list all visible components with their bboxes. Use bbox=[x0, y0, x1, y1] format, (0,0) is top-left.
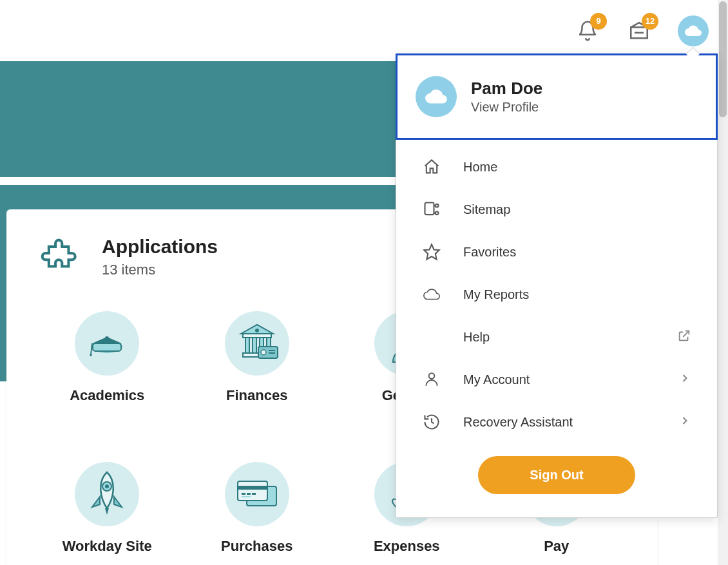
svg-marker-39 bbox=[424, 244, 439, 259]
app-workday-site[interactable]: Workday Site bbox=[62, 462, 152, 555]
inbox-button[interactable]: 12 bbox=[626, 18, 652, 44]
chevron-right-icon bbox=[678, 414, 691, 430]
menu-item-recovery-assistant[interactable]: Recovery Assistant bbox=[396, 401, 717, 443]
applications-title: Applications bbox=[102, 236, 218, 258]
view-profile-link[interactable]: Pam Doe View Profile bbox=[396, 53, 718, 140]
app-icon-bg bbox=[75, 462, 139, 526]
svg-rect-21 bbox=[238, 481, 267, 501]
svg-rect-15 bbox=[269, 350, 275, 351]
svg-line-5 bbox=[91, 343, 92, 355]
menu-item-my-reports[interactable]: My Reports bbox=[396, 273, 717, 316]
scrollbar-thumb[interactable] bbox=[719, 1, 727, 117]
svg-rect-23 bbox=[242, 493, 245, 495]
app-academics[interactable]: Academics bbox=[70, 311, 144, 404]
app-label: Expenses bbox=[374, 538, 440, 555]
menu-label: My Reports bbox=[463, 287, 691, 302]
svg-rect-25 bbox=[252, 493, 256, 495]
svg-rect-9 bbox=[253, 338, 256, 353]
app-finances[interactable]: Finances bbox=[225, 311, 289, 404]
profile-avatar bbox=[416, 76, 457, 117]
app-label: Workday Site bbox=[62, 538, 152, 555]
applications-count: 13 items bbox=[102, 262, 218, 278]
notifications-button[interactable]: 9 bbox=[575, 18, 600, 44]
svg-point-4 bbox=[105, 336, 109, 340]
menu-item-sitemap[interactable]: Sitemap bbox=[396, 188, 717, 231]
svg-point-14 bbox=[261, 350, 266, 355]
svg-rect-26 bbox=[242, 496, 251, 497]
notifications-badge: 9 bbox=[590, 13, 607, 30]
puzzle-icon bbox=[39, 235, 82, 279]
menu-label: Help bbox=[463, 330, 655, 345]
profile-name: Pam Doe bbox=[471, 79, 542, 99]
menu-label: My Account bbox=[463, 372, 656, 387]
chevron-right-icon bbox=[678, 372, 691, 388]
app-icon-bg bbox=[225, 311, 289, 376]
svg-rect-8 bbox=[245, 338, 249, 353]
credit-cards-icon bbox=[231, 475, 283, 513]
menu-item-favorites[interactable]: Favorites bbox=[396, 231, 717, 273]
app-label: Purchases bbox=[221, 538, 292, 555]
app-icon-bg bbox=[75, 311, 139, 376]
app-purchases[interactable]: Purchases bbox=[221, 462, 292, 555]
topbar: 9 12 bbox=[0, 0, 728, 61]
svg-rect-36 bbox=[425, 203, 434, 215]
menu-label: Sitemap bbox=[463, 202, 691, 217]
person-icon bbox=[422, 370, 441, 389]
cloud-icon bbox=[684, 24, 703, 37]
app-label: Finances bbox=[226, 387, 287, 404]
app-label: Academics bbox=[70, 387, 144, 404]
svg-point-37 bbox=[436, 204, 439, 207]
cloud-icon bbox=[423, 88, 449, 105]
app-label: Pay bbox=[544, 538, 569, 555]
profile-menu-list: Home Sitemap Favorites My Reports Help bbox=[396, 139, 717, 517]
sign-out-wrap: Sign Out bbox=[396, 443, 717, 498]
external-link-icon bbox=[677, 329, 691, 346]
svg-point-6 bbox=[255, 329, 259, 332]
inbox-badge: 12 bbox=[642, 13, 658, 30]
svg-point-38 bbox=[436, 212, 439, 215]
profile-menu: Pam Doe View Profile Home Sitemap Favori… bbox=[396, 53, 718, 518]
star-icon bbox=[422, 242, 441, 262]
svg-point-40 bbox=[429, 373, 435, 379]
svg-rect-3 bbox=[93, 343, 121, 351]
menu-item-my-account[interactable]: My Account bbox=[396, 358, 717, 401]
rocket-icon bbox=[84, 468, 129, 520]
svg-rect-22 bbox=[238, 486, 267, 490]
menu-item-help[interactable]: Help bbox=[396, 316, 717, 358]
menu-label: Recovery Assistant bbox=[463, 415, 656, 430]
app-icon-bg bbox=[225, 462, 289, 526]
svg-rect-24 bbox=[247, 493, 251, 495]
home-icon bbox=[422, 157, 441, 177]
profile-avatar-button[interactable] bbox=[678, 15, 709, 46]
menu-label: Favorites bbox=[463, 245, 691, 260]
svg-rect-16 bbox=[269, 352, 275, 354]
graduation-cap-icon bbox=[84, 324, 129, 363]
menu-label: Home bbox=[463, 160, 691, 175]
sign-out-button[interactable]: Sign Out bbox=[478, 456, 635, 494]
history-icon bbox=[422, 412, 441, 432]
menu-item-home[interactable]: Home bbox=[396, 146, 717, 188]
bank-icon bbox=[231, 321, 283, 366]
blank-icon bbox=[422, 327, 441, 347]
profile-view-label: View Profile bbox=[471, 100, 542, 115]
cloud-icon bbox=[422, 285, 441, 304]
svg-point-19 bbox=[105, 484, 109, 488]
sitemap-icon bbox=[422, 200, 441, 219]
scrollbar-track[interactable] bbox=[718, 0, 728, 565]
